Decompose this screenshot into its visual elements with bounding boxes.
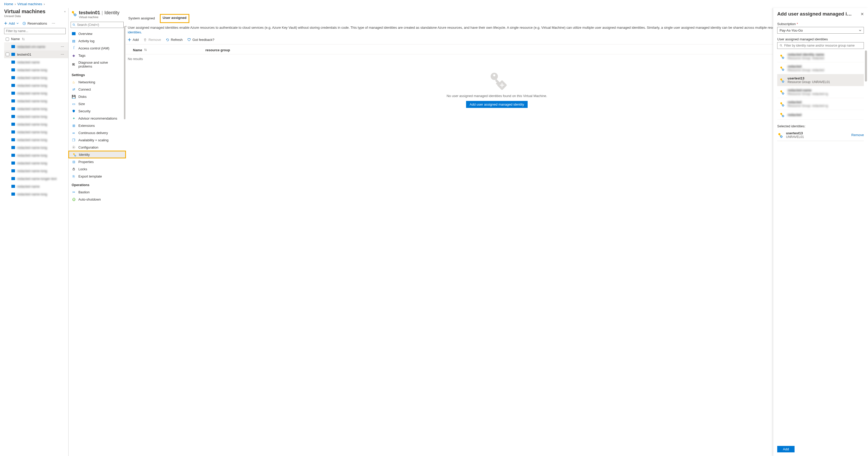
add-uami-cta-button[interactable]: Add user assigned managed identity (466, 101, 528, 108)
collapse-panel-icon[interactable]: « (64, 10, 66, 13)
sort-arrows-icon[interactable] (22, 37, 25, 40)
menu-identity[interactable]: Identity (68, 151, 126, 158)
menu-extensions[interactable]: ⊞Extensions (68, 122, 126, 129)
identity-list: redacted identity nameResource Group: re… (777, 51, 864, 119)
vm-row[interactable]: redacted-name (4, 58, 68, 66)
feedback-button[interactable]: Got feedback? (187, 38, 214, 42)
vm-row[interactable]: redacted-name-long (4, 167, 68, 175)
row-more-icon[interactable]: ··· (60, 52, 65, 56)
col-rg-header[interactable]: resource group (205, 48, 230, 52)
menu-security[interactable]: Security (68, 107, 126, 115)
vm-name-label: testwin01 (17, 53, 31, 56)
menu-size[interactable]: ▭Size (68, 100, 126, 107)
row-checkbox[interactable] (6, 53, 9, 56)
identity-icon (779, 112, 784, 117)
vm-icon (11, 92, 15, 95)
vm-row[interactable]: redacted-name-long (4, 105, 68, 113)
tab-user-assigned[interactable]: User assigned (161, 15, 189, 22)
vm-row[interactable]: redacted-name-long (4, 151, 68, 159)
vm-row[interactable]: redacted-name-longer-text (4, 175, 68, 182)
vm-row[interactable]: redacted-name-long (4, 128, 68, 136)
breadcrumb: Home › Virtual machines › (0, 0, 868, 8)
vm-row[interactable]: redacted-name-long (4, 190, 68, 198)
vm-row[interactable]: redacted-name-long (4, 74, 68, 82)
subscription-select[interactable]: Pay-As-You-Go (777, 27, 864, 34)
vm-icon (11, 185, 15, 188)
menu-availability[interactable]: ❐Availability + scaling (68, 136, 126, 144)
vm-row[interactable]: redacted-name-long (4, 144, 68, 151)
chevron-down-icon (859, 29, 862, 32)
vm-icon (11, 45, 15, 48)
remove-identity-link[interactable]: Remove (851, 133, 864, 137)
identity-icon (779, 102, 784, 107)
menu-search-input[interactable] (71, 22, 124, 28)
menu-iam[interactable]: ᥬAccess control (IAM) (68, 45, 126, 52)
menu-export-template[interactable]: ⎘Export template (68, 173, 126, 180)
vm-row[interactable]: redacted-vm-name··· (4, 43, 68, 51)
menu-bastion[interactable]: ✂Bastion (68, 189, 126, 196)
menu-disks[interactable]: 💾Disks (68, 93, 126, 100)
vm-row[interactable]: redacted-name-long (4, 97, 68, 105)
page-title: Virtual machines (4, 8, 45, 15)
col-name-header[interactable]: Name (133, 48, 142, 52)
identity-icon (779, 54, 784, 59)
tab-system-assigned[interactable]: System assigned (128, 15, 155, 22)
size-icon: ▭ (72, 102, 76, 106)
menu-properties[interactable]: ⊟Properties (68, 158, 126, 165)
scrollbar-thumb[interactable] (865, 51, 867, 82)
lock-icon (72, 167, 76, 171)
vm-row-selected[interactable]: testwin01 ··· (4, 51, 68, 58)
gear-icon (72, 145, 76, 149)
menu-advisor[interactable]: ✦Advisor recommendations (68, 115, 126, 122)
menu-networking[interactable]: ♨Networking (68, 78, 126, 86)
identity-row[interactable]: redacted identity nameResource Group: re… (777, 51, 864, 62)
menu-configuration[interactable]: Configuration (68, 144, 126, 151)
menu-connect[interactable]: ⇄Connect (68, 86, 126, 93)
vm-row[interactable]: redacted-name (4, 182, 68, 190)
menu-tags[interactable]: ◆Tags (68, 52, 126, 59)
properties-icon: ⊟ (72, 160, 76, 164)
identity-row[interactable]: redactedResource Group: redacted-rg (777, 98, 864, 110)
breadcrumb-home[interactable]: Home (4, 2, 13, 6)
vm-row[interactable]: redacted-name-long (4, 159, 68, 167)
panel-add-button[interactable]: Add (777, 446, 795, 452)
vm-icon (11, 138, 15, 141)
close-panel-button[interactable]: ✕ (861, 12, 864, 17)
disk-icon: 💾 (72, 94, 76, 98)
reservations-button[interactable]: Reservations (23, 22, 47, 25)
more-actions-button[interactable]: ··· (51, 21, 56, 25)
menu-activity-log[interactable]: ▤Activity log (68, 37, 126, 45)
column-name-header[interactable]: Name (11, 37, 20, 41)
scrollbar-thumb[interactable] (124, 26, 125, 119)
identity-filter-input[interactable] (777, 42, 864, 49)
row-more-icon[interactable]: ··· (60, 45, 65, 49)
vm-row[interactable]: redacted-name-long (4, 66, 68, 74)
identity-row-selected[interactable]: usertest13 Resource Group: UNRAVEL01 (777, 74, 864, 86)
refresh-button[interactable]: Refresh (166, 38, 183, 42)
diagnose-icon: 🛠 (72, 62, 76, 66)
menu-overview[interactable]: Overview (68, 30, 126, 37)
description-text: User assigned managed identities enable … (126, 22, 868, 35)
select-all-checkbox[interactable] (6, 37, 9, 41)
vm-row[interactable]: redacted-name-long (4, 113, 68, 120)
vm-row[interactable]: redacted-name-long (4, 136, 68, 144)
add-uami-panel: Add user assigned managed i… ✕ Subscript… (773, 8, 868, 456)
menu-auto-shutdown[interactable]: ⏻Auto-shutdown (68, 196, 126, 203)
identity-row[interactable]: redacted (777, 110, 864, 119)
sort-icon[interactable] (144, 48, 147, 51)
identity-row[interactable]: redacted-nameResource Group: redacted-rg (777, 86, 864, 98)
identity-row[interactable]: redactedResource Group: redacted (777, 62, 864, 74)
vm-row[interactable]: redacted-name-long (4, 82, 68, 89)
menu-continuous-delivery[interactable]: ∞Continuous delivery (68, 129, 126, 136)
add-vm-button[interactable]: Add (4, 22, 19, 25)
vm-row[interactable]: redacted-name-long (4, 89, 68, 97)
uami-label: User assigned managed identities (777, 37, 864, 41)
add-button[interactable]: Add (128, 38, 138, 42)
menu-diagnose[interactable]: 🛠Diagnose and solve problems (68, 59, 126, 70)
filter-vm-input[interactable] (4, 28, 66, 34)
breadcrumb-vms[interactable]: Virtual machines (17, 2, 42, 6)
plus-icon (4, 22, 7, 25)
network-icon: ♨ (72, 80, 76, 84)
menu-locks[interactable]: Locks (68, 165, 126, 173)
vm-row[interactable]: redacted-name-long (4, 120, 68, 128)
